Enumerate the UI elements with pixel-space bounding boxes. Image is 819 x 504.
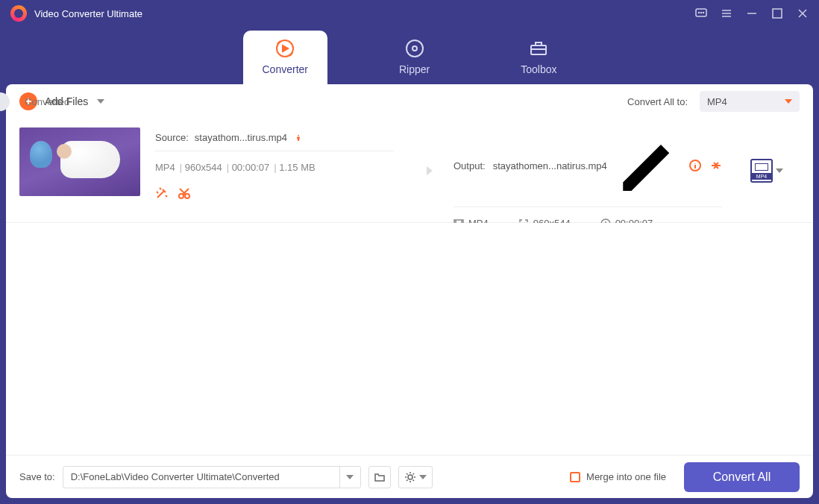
svg-point-31 [408,475,412,479]
tab-converter-label: Converter [263,63,308,75]
convert-all-to-label: Convert All to: [627,96,688,107]
checkbox-icon [570,472,580,482]
source-label: Source: [155,132,189,143]
output-label: Output: [454,160,486,171]
minimize-icon[interactable] [746,7,758,19]
svg-point-12 [407,40,423,57]
source-resolution: 960x544 [180,162,222,173]
output-format-button[interactable] [750,159,773,183]
info-icon[interactable] [293,133,304,143]
edit-icon[interactable] [615,132,682,199]
source-size: 1.15 MB [274,162,315,173]
metadata-icon[interactable] [689,160,701,171]
chevron-down-icon [346,475,354,479]
app-logo [10,5,27,22]
save-path-dropdown[interactable] [339,467,360,488]
tab-converter[interactable]: Converter [243,31,327,84]
tab-toolbox[interactable]: Toolbox [501,31,576,84]
save-path-input[interactable]: D:\FoneLab\Video Converter Ultimate\Conv… [63,466,361,488]
title-bar: Video Converter Ultimate [0,0,819,27]
svg-point-3 [703,13,704,13]
toolbar: + Add Files Converting Converted Convert… [6,84,813,119]
tab-ripper-label: Ripper [399,63,430,75]
video-thumbnail[interactable] [19,127,140,196]
chevron-down-icon[interactable] [97,99,104,104]
save-to-label: Save to: [19,471,55,482]
open-folder-button[interactable] [368,466,391,488]
chevron-down-icon [419,475,427,479]
source-duration: 00:00:07 [227,162,270,173]
bottom-bar: Save to: D:\FoneLab\Video Converter Ulti… [6,455,813,498]
maximize-icon[interactable] [771,7,783,19]
source-format: MP4 [155,162,175,173]
close-icon[interactable] [797,7,809,19]
subtab-converted[interactable]: Converted [10,92,84,111]
merge-checkbox[interactable]: Merge into one file [570,471,666,482]
convert-all-button[interactable]: Convert All [684,462,800,492]
source-filename: stayathom...tirus.mp4 [195,132,287,143]
settings-button[interactable] [398,466,433,488]
format-select-value: MP4 [707,96,727,107]
compress-icon[interactable] [710,160,722,171]
tab-ripper[interactable]: Ripper [380,31,449,84]
source-column: Source: stayathom...tirus.mp4 MP4 960x54… [155,127,394,213]
arrow-icon [409,127,439,213]
svg-point-1 [699,13,700,13]
empty-area [6,223,813,455]
subtab-converting[interactable]: Converting [0,92,10,111]
tab-toolbox-label: Toolbox [521,63,556,75]
svg-point-13 [412,46,417,51]
chevron-down-icon[interactable] [776,168,783,173]
output-column: Output: stayathomen...natirus.mp4 MP4 96… [454,127,722,213]
save-path-value: D:\FoneLab\Video Converter Ultimate\Conv… [71,471,280,482]
cut-icon[interactable] [178,186,191,200]
enhance-icon[interactable] [155,186,169,200]
svg-point-2 [701,13,702,13]
convert-all-format-select[interactable]: MP4 [700,91,800,112]
menu-icon[interactable] [721,7,732,19]
app-title: Video Converter Ultimate [34,8,142,19]
main-panel: + Add Files Converting Converted Convert… [6,84,813,498]
window-controls [695,7,809,19]
svg-rect-8 [773,9,782,18]
output-filename: stayathomen...natirus.mp4 [493,160,607,171]
feedback-icon[interactable] [695,7,707,19]
main-tabs: Converter Ripper Toolbox [0,27,819,84]
chevron-down-icon [785,99,792,104]
merge-label: Merge into one file [586,471,666,482]
file-item: Source: stayathom...tirus.mp4 MP4 960x54… [6,119,813,223]
